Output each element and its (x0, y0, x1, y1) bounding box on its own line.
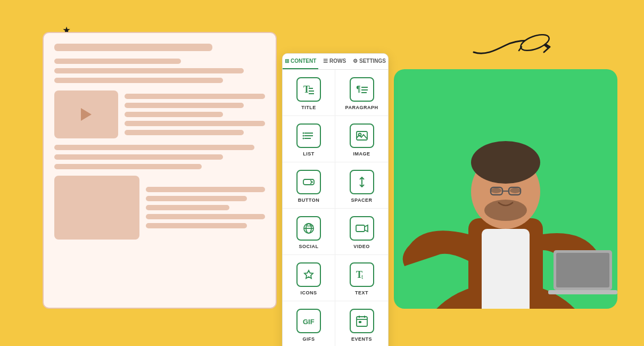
item-events[interactable]: EVENTS (335, 301, 388, 346)
photo-panel (394, 69, 617, 309)
wf-header (54, 44, 212, 51)
svg-rect-45 (556, 253, 609, 287)
wf-bottom-text (146, 176, 265, 240)
spacer-label: SPACER (351, 197, 373, 203)
video-icon-box (350, 216, 374, 241)
content-tab-label: CONTENT (291, 58, 316, 64)
gifs-icon: GIF (301, 314, 316, 328)
svg-rect-46 (548, 290, 617, 294)
title-icon: T (301, 82, 316, 97)
icons-label: ICONS (300, 290, 317, 295)
item-icons[interactable]: ICONS (283, 255, 335, 301)
wf-line-1 (54, 59, 181, 64)
title-label: TITLE (301, 105, 316, 110)
button-icon (301, 175, 316, 190)
text-icon: T t (354, 267, 369, 282)
list-icon-box (296, 123, 321, 148)
image-label: IMAGE (353, 151, 370, 156)
social-icon: www (301, 221, 316, 236)
item-button[interactable]: BUTTON (283, 162, 335, 209)
item-title[interactable]: T TITLE (283, 70, 335, 116)
social-icon-box: www (296, 216, 321, 241)
wf-bottom-section (54, 176, 265, 240)
person-illustration (394, 69, 617, 309)
icons-icon (301, 267, 316, 282)
paragraph-label: PARAGRAPH (345, 105, 378, 110)
wf-line-2 (54, 68, 244, 73)
item-gifs[interactable]: GIF GIFS (283, 301, 335, 346)
wf-text-lines (125, 90, 265, 138)
svg-text:www: www (307, 224, 313, 227)
svg-point-43 (484, 200, 527, 221)
tab-rows[interactable]: ☰ ROWS (318, 54, 351, 69)
wireframe-preview (43, 32, 277, 309)
wf-line-3 (54, 78, 223, 83)
svg-point-12 (303, 133, 304, 134)
wf-media-row (54, 90, 265, 138)
gifs-label: GIFS (302, 336, 315, 342)
arrow-scribble (452, 32, 559, 75)
video-label: VIDEO (353, 244, 370, 249)
spacer-icon-box (350, 170, 374, 194)
list-label: LIST (303, 151, 315, 156)
item-list[interactable]: LIST (283, 116, 335, 162)
text-label: TEXT (355, 290, 368, 295)
content-grid: T TITLE ¶ PARAGRAPH (283, 70, 388, 346)
events-icon-box (350, 309, 374, 333)
gifs-icon-box: GIF (296, 309, 321, 333)
svg-point-38 (491, 188, 501, 193)
item-text[interactable]: T t TEXT (335, 255, 388, 301)
svg-point-13 (303, 135, 304, 137)
settings-tab-label: SETTINGS (359, 58, 386, 64)
content-panel: ⊞ CONTENT ☰ ROWS ⚙ SETTINGS T TITLE (282, 53, 389, 346)
tab-settings[interactable]: ⚙ SETTINGS (351, 54, 388, 69)
wf-big-image (54, 176, 139, 240)
svg-point-37 (471, 141, 540, 184)
play-icon (81, 108, 92, 121)
video-icon (354, 221, 369, 236)
svg-rect-23 (356, 225, 365, 232)
spacer-icon (354, 175, 369, 190)
paragraph-icon-box: ¶ (350, 77, 374, 102)
item-image[interactable]: IMAGE (335, 116, 388, 162)
button-label: BUTTON (298, 197, 319, 203)
image-icon (354, 128, 369, 143)
settings-tab-icon: ⚙ (353, 58, 358, 64)
svg-rect-35 (482, 229, 530, 309)
list-icon (301, 128, 316, 143)
wf-video-thumb (54, 90, 118, 138)
item-video[interactable]: VIDEO (335, 209, 388, 255)
item-social[interactable]: www SOCIAL (283, 209, 335, 255)
item-paragraph[interactable]: ¶ PARAGRAPH (335, 70, 388, 116)
panel-tab-bar: ⊞ CONTENT ☰ ROWS ⚙ SETTINGS (283, 54, 388, 70)
title-icon-box: T (296, 77, 321, 102)
content-tab-icon: ⊞ (285, 58, 289, 64)
wf-divider-lines (54, 145, 265, 169)
svg-point-39 (510, 188, 521, 193)
svg-rect-31 (359, 321, 361, 323)
svg-text:GIF: GIF (303, 318, 315, 326)
rows-tab-label: ROWS (329, 58, 346, 64)
svg-point-14 (303, 138, 304, 139)
svg-text:¶: ¶ (356, 84, 361, 93)
rows-tab-icon: ☰ (323, 58, 328, 64)
button-icon-box (296, 170, 321, 194)
icons-icon-box (296, 262, 321, 287)
item-spacer[interactable]: SPACER (335, 162, 388, 209)
tab-content[interactable]: ⊞ CONTENT (283, 54, 318, 69)
image-icon-box (350, 123, 374, 148)
social-label: SOCIAL (299, 244, 318, 249)
events-label: EVENTS (351, 336, 372, 342)
svg-text:t: t (361, 273, 364, 281)
svg-rect-27 (357, 317, 367, 326)
paragraph-icon: ¶ (354, 82, 369, 97)
text-icon-box: T t (350, 262, 374, 287)
events-icon (354, 314, 369, 328)
